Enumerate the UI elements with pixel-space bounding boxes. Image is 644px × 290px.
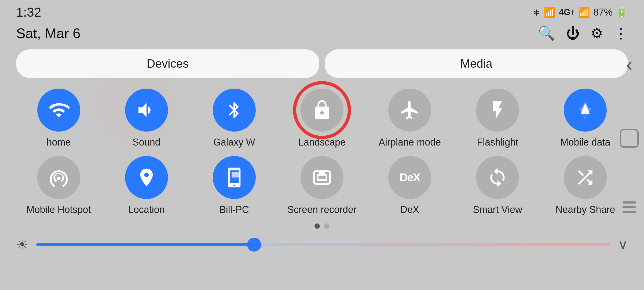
home-label: home [47, 136, 71, 148]
bluetooth-icon: ∗ [532, 7, 540, 18]
svg-rect-2 [232, 172, 239, 177]
brightness-row: ☀ ∨ [0, 231, 644, 258]
location-icon-circle [125, 156, 168, 199]
brightness-thumb[interactable] [247, 238, 261, 252]
mobile-hotspot-label: Mobile Hotspot [27, 204, 91, 215]
mobile-data-icon-circle: ↕ [564, 89, 607, 132]
mobile-hotspot-icon-circle [37, 156, 80, 199]
qs-item-sound[interactable]: Sound [104, 89, 189, 148]
bill-pc-icon [224, 167, 245, 188]
right-nav: ‹ [620, 54, 639, 213]
wifi-icon: 📶 [544, 7, 556, 18]
landscape-icon-circle [301, 89, 343, 132]
status-icons: ∗ 📶 4G↑ 📶 87% 🔋 [532, 7, 628, 18]
recents-line-3 [623, 211, 636, 213]
tab-media[interactable]: Media [325, 49, 628, 78]
recents-icon[interactable] [623, 201, 636, 213]
flashlight-icon-circle [476, 89, 519, 132]
qs-item-galaxy-w[interactable]: Galaxy W [192, 89, 277, 148]
header-row: Sat, Mar 6 🔍 ⏻ ⚙ ⋮ [0, 22, 644, 47]
qs-item-nearby-share[interactable]: Nearby Share [543, 156, 628, 215]
bill-pc-icon-circle [213, 156, 256, 199]
brightness-icon: ☀ [16, 237, 28, 252]
qs-item-screen-recorder[interactable]: Screen recorder [279, 156, 364, 215]
page-dot-1 [314, 223, 320, 229]
qs-item-location[interactable]: Location [104, 156, 189, 215]
dex-label: DeX [400, 204, 419, 215]
nearby-share-icon [575, 167, 596, 188]
qs-item-airplane[interactable]: Airplane mode [367, 89, 452, 148]
nearby-share-label: Nearby Share [555, 204, 615, 215]
qs-item-dex[interactable]: DeX DeX [367, 156, 452, 215]
qs-item-flashlight[interactable]: Flashlight [455, 89, 540, 148]
dex-icon-circle: DeX [388, 156, 431, 199]
brightness-chevron[interactable]: ∨ [618, 237, 628, 252]
airplane-label: Airplane mode [379, 136, 441, 148]
qs-item-home[interactable]: home [16, 89, 101, 148]
settings-button[interactable]: ⚙ [591, 25, 603, 41]
svg-text:↕: ↕ [583, 101, 588, 113]
qs-item-smart-view[interactable]: Smart View [455, 156, 540, 215]
smart-view-label: Smart View [473, 204, 522, 215]
bluetooth-icon [225, 101, 244, 119]
svg-rect-4 [317, 175, 326, 180]
qs-item-mobile-hotspot[interactable]: Mobile Hotspot [16, 156, 101, 215]
sound-label: Sound [133, 136, 160, 148]
mobile-data-icon: ↕ [575, 99, 596, 121]
hotspot-icon [48, 167, 69, 188]
brightness-track[interactable] [36, 243, 610, 246]
smart-view-icon [487, 167, 508, 188]
location-label: Location [128, 204, 165, 215]
qs-item-mobile-data[interactable]: ↕ Mobile data [543, 89, 628, 148]
search-button[interactable]: 🔍 [538, 25, 555, 41]
battery-icon: 🔋 [616, 7, 628, 18]
header-date: Sat, Mar 6 [16, 25, 80, 41]
more-button[interactable]: ⋮ [614, 25, 628, 41]
back-chevron[interactable]: ‹ [626, 54, 632, 75]
landscape-lock-icon [311, 99, 333, 121]
recents-line-2 [623, 206, 636, 208]
flashlight-label: Flashlight [477, 136, 518, 148]
sound-icon [136, 99, 157, 121]
landscape-label: Landscape [298, 136, 346, 148]
signal-icon: 📶 [578, 7, 590, 18]
screen-recorder-icon [311, 167, 333, 188]
page-dot-2 [324, 223, 330, 229]
qs-item-bill-pc[interactable]: Bill-PC [192, 156, 277, 215]
home-icon-circle [37, 89, 80, 132]
galaxy-w-icon-circle [213, 89, 256, 132]
home-indicator[interactable] [620, 129, 639, 148]
airplane-icon [399, 99, 420, 121]
wifi-icon [48, 99, 69, 121]
qs-grid-row2: Mobile Hotspot Location Bill-PC [0, 153, 644, 218]
qs-item-landscape[interactable]: Landscape [279, 89, 364, 148]
qs-grid-row1: home Sound Galaxy W [0, 86, 644, 151]
recents-line-1 [623, 201, 636, 204]
tabs-row: Devices Media [0, 47, 644, 86]
location-icon [136, 167, 157, 188]
power-button[interactable]: ⏻ [566, 25, 580, 41]
battery-text: 87% [593, 7, 613, 18]
nearby-share-icon-circle [564, 156, 607, 199]
status-bar: 1:32 ∗ 📶 4G↑ 📶 87% 🔋 [0, 0, 644, 22]
mobile-data-label: Mobile data [560, 136, 610, 148]
flashlight-icon [487, 99, 508, 121]
screen-recorder-icon-circle [301, 156, 343, 199]
bill-pc-label: Bill-PC [219, 204, 249, 215]
screen-recorder-label: Screen recorder [287, 204, 357, 215]
4g-icon: 4G↑ [559, 7, 575, 17]
status-time: 1:32 [16, 5, 41, 20]
smart-view-icon-circle [476, 156, 519, 199]
sound-icon-circle [125, 89, 168, 132]
airplane-icon-circle [388, 89, 431, 132]
pagination [0, 218, 644, 231]
header-actions: 🔍 ⏻ ⚙ ⋮ [538, 25, 628, 41]
galaxy-w-label: Galaxy W [213, 136, 255, 148]
tab-devices[interactable]: Devices [16, 49, 319, 78]
